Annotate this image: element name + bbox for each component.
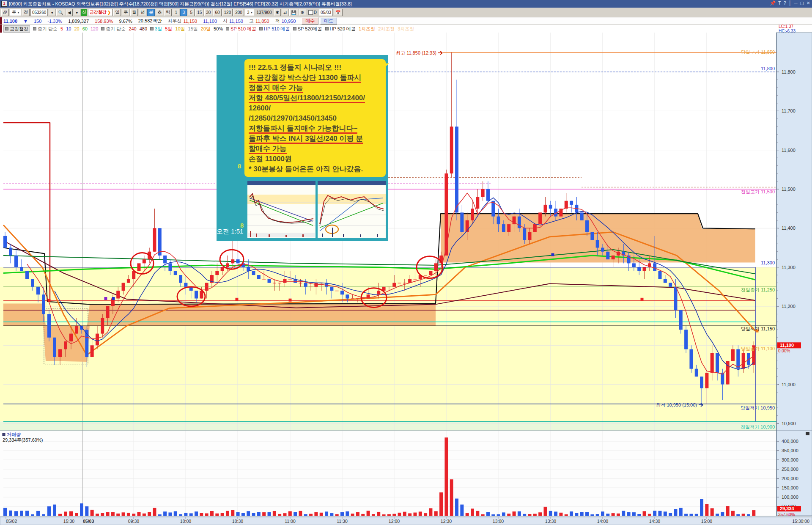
signal-dot xyxy=(551,253,554,256)
svg-text:11,500: 11,500 xyxy=(782,187,796,192)
svg-text:250,000: 250,000 xyxy=(782,467,798,472)
svg-text:05/02: 05/02 xyxy=(6,519,17,524)
bubble-text-line: 돌파후 박스 IN시 3일선/240 이평 분 xyxy=(249,134,381,144)
signal-dot xyxy=(104,297,107,300)
kiwoom-chart-window: 1 [0600] 키움종합차트 - KOSDAQ 외국인보유[102(천)] 주… xyxy=(0,0,812,525)
svg-text:200,000: 200,000 xyxy=(782,476,798,481)
svg-text:11,400: 11,400 xyxy=(782,225,796,231)
bubble-text-line: !!! 22.5.1 정돌지 시나리오 !!! xyxy=(249,63,381,73)
bubble-text-line: 저항 480/5일선/11800/12150/12400/ xyxy=(249,93,381,103)
mini-chart-right xyxy=(318,181,386,238)
signal-dot xyxy=(289,299,292,302)
svg-text:05/03: 05/03 xyxy=(83,519,94,524)
svg-text:당일종가 11,100: 당일종가 11,100 xyxy=(741,346,775,351)
bubble-text-line: 4. 금강철강 박스상단 11300 돌파시 xyxy=(249,73,381,83)
svg-text:11,000: 11,000 xyxy=(782,382,796,387)
svg-text:11,300: 11,300 xyxy=(782,265,796,270)
svg-text:14:30: 14:30 xyxy=(649,519,660,524)
bubble-text-line: 할매수 가능 xyxy=(249,144,381,154)
svg-text:300,000: 300,000 xyxy=(782,457,798,462)
svg-text:100,000: 100,000 xyxy=(782,495,798,500)
svg-text:13:00: 13:00 xyxy=(493,519,504,524)
mini-chart-header xyxy=(247,181,315,185)
mini-chart-header xyxy=(318,181,386,185)
svg-text:10:00: 10:00 xyxy=(180,519,191,524)
chart-canvas[interactable]: 당일고가 11,85011,800전일고가 11,50011,300전일종가 1… xyxy=(0,0,812,525)
bubble-text-line: 12600/ xyxy=(249,103,381,113)
svg-text:12:30: 12:30 xyxy=(441,519,452,524)
svg-text:11,700: 11,700 xyxy=(782,108,796,113)
svg-text:11:30: 11:30 xyxy=(337,519,348,524)
svg-text:10,900: 10,900 xyxy=(782,421,796,426)
message-time-label: 오전 1:51 xyxy=(217,228,243,236)
svg-text:당일저가 10,950: 당일저가 10,950 xyxy=(741,405,775,410)
svg-text:11,800: 11,800 xyxy=(782,69,796,74)
svg-text:0.00%: 0.00% xyxy=(778,349,790,353)
svg-text:거래량: 거래량 xyxy=(7,432,21,437)
svg-text:11,800: 11,800 xyxy=(761,66,775,71)
unread-count-badge: 8 xyxy=(238,162,241,170)
svg-text:11,300: 11,300 xyxy=(761,260,775,265)
kakao-message-bubble: !!! 22.5.1 정돌지 시나리오 !!!4. 금강철강 박스상단 1130… xyxy=(244,59,386,177)
svg-text:14:00: 14:00 xyxy=(597,519,608,524)
svg-text:15:30:00: 15:30:00 xyxy=(792,519,809,524)
svg-text:전일고가 11,500: 전일고가 11,500 xyxy=(741,189,775,194)
mini-chart-attachment xyxy=(247,181,386,238)
svg-text:전일종가 11,250: 전일종가 11,250 xyxy=(741,287,775,292)
svg-text:09:30: 09:30 xyxy=(128,519,139,524)
bubble-text-line: 저항돌파시 돌지매수 가능합니다~ xyxy=(249,124,381,134)
signal-dot xyxy=(641,298,644,301)
svg-text:29,334: 29,334 xyxy=(780,506,795,511)
svg-text:당일고가 11,850: 당일고가 11,850 xyxy=(741,49,775,55)
bubble-text-line: /12850/12970/13450/13450 xyxy=(249,113,381,124)
signal-dot xyxy=(236,298,239,301)
bubble-text-line: * 30분봉상 들어온돈 아직 안나갔음. xyxy=(249,164,381,174)
svg-text:15:30: 15:30 xyxy=(63,519,74,524)
mini-chart-left xyxy=(247,181,315,238)
svg-text:150,000: 150,000 xyxy=(782,485,798,490)
svg-text:11,200: 11,200 xyxy=(782,304,796,309)
svg-text:11,600: 11,600 xyxy=(782,148,796,153)
svg-text:11:00: 11:00 xyxy=(285,519,296,524)
svg-text:15:00: 15:00 xyxy=(701,519,712,524)
kakao-screenshot-overlay: !!! 22.5.1 정돌지 시나리오 !!!4. 금강철강 박스상단 1130… xyxy=(217,55,388,241)
svg-text:최저 10,950 (15:00): 최저 10,950 (15:00) xyxy=(656,402,697,407)
panel-menu-icon xyxy=(806,432,809,435)
svg-text:400,000: 400,000 xyxy=(782,439,798,444)
svg-text:12:00: 12:00 xyxy=(389,519,400,524)
svg-text:29,334주(357.60%): 29,334주(357.60%) xyxy=(3,437,43,443)
bubble-text-line: 정돌지 매수 가능 xyxy=(249,83,381,93)
svg-text:11,100: 11,100 xyxy=(780,343,794,348)
svg-text:최고 11,850 (12:33): 최고 11,850 (12:33) xyxy=(396,50,436,55)
svg-text:전일저가 10,900: 전일저가 10,900 xyxy=(741,424,775,429)
bubble-text-line: 손절 11000원 xyxy=(249,154,381,164)
signal-dot xyxy=(48,299,51,302)
svg-text:350,000: 350,000 xyxy=(782,448,798,453)
svg-text:당일시가 11,150: 당일시가 11,150 xyxy=(741,326,775,331)
svg-text:10:30: 10:30 xyxy=(232,519,243,524)
signal-dot xyxy=(112,297,115,300)
svg-text:13:30: 13:30 xyxy=(545,519,556,524)
